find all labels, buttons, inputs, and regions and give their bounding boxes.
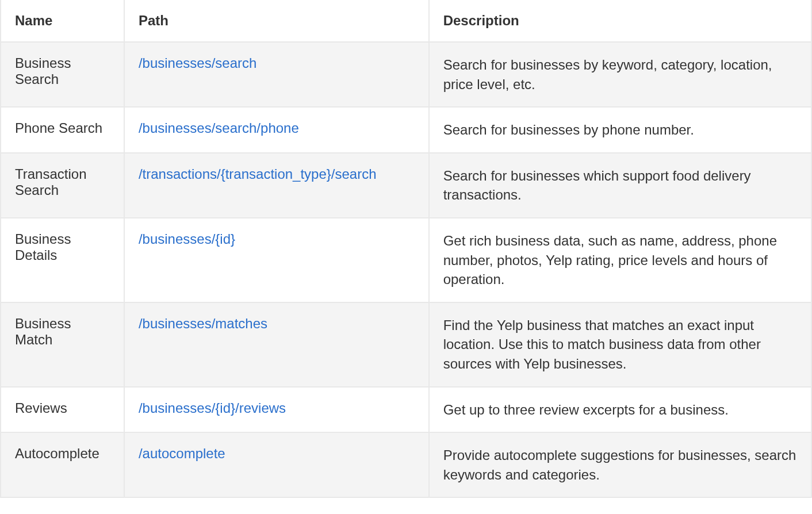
- table-header-row: Name Path Description: [1, 0, 811, 42]
- table-row: Autocomplete /autocomplete Provide autoc…: [1, 432, 811, 497]
- api-endpoints-table: Name Path Description Business Search /b…: [0, 0, 812, 498]
- endpoint-name: Business Match: [1, 302, 124, 387]
- header-name: Name: [1, 0, 124, 42]
- endpoint-name: Transaction Search: [1, 153, 124, 218]
- endpoint-path-link[interactable]: /businesses/search/phone: [139, 120, 299, 136]
- endpoint-path-link[interactable]: /businesses/{id}/reviews: [139, 400, 286, 416]
- endpoint-path-link[interactable]: /businesses/{id}: [139, 231, 235, 247]
- endpoint-path-link[interactable]: /businesses/matches: [139, 316, 267, 331]
- endpoint-name: Business Search: [1, 42, 124, 107]
- header-description: Description: [429, 0, 811, 42]
- endpoint-description: Get rich business data, such as name, ad…: [429, 218, 811, 302]
- endpoint-path-link[interactable]: /businesses/search: [139, 55, 256, 71]
- table-row: Reviews /businesses/{id}/reviews Get up …: [1, 387, 811, 433]
- header-path: Path: [124, 0, 429, 42]
- endpoint-description: Find the Yelp business that matches an e…: [429, 302, 811, 387]
- endpoint-name: Reviews: [1, 387, 124, 433]
- table-row: Business Search /businesses/search Searc…: [1, 42, 811, 107]
- table-row: Phone Search /businesses/search/phone Se…: [1, 107, 811, 153]
- endpoint-path-link[interactable]: /autocomplete: [139, 446, 225, 461]
- endpoint-description: Search for businesses by keyword, catego…: [429, 42, 811, 107]
- endpoint-name: Business Details: [1, 218, 124, 302]
- table-row: Business Match /businesses/matches Find …: [1, 302, 811, 387]
- endpoint-description: Get up to three review excerpts for a bu…: [429, 387, 811, 433]
- endpoint-description: Provide autocomplete suggestions for bus…: [429, 432, 811, 497]
- endpoint-description: Search for businesses which support food…: [429, 153, 811, 218]
- endpoint-name: Phone Search: [1, 107, 124, 153]
- table-body: Business Search /businesses/search Searc…: [1, 42, 811, 497]
- endpoint-description: Search for businesses by phone number.: [429, 107, 811, 153]
- endpoint-path-link[interactable]: /transactions/{transaction_type}/search: [139, 166, 377, 182]
- table-row: Business Details /businesses/{id} Get ri…: [1, 218, 811, 302]
- endpoint-name: Autocomplete: [1, 432, 124, 497]
- table-row: Transaction Search /transactions/{transa…: [1, 153, 811, 218]
